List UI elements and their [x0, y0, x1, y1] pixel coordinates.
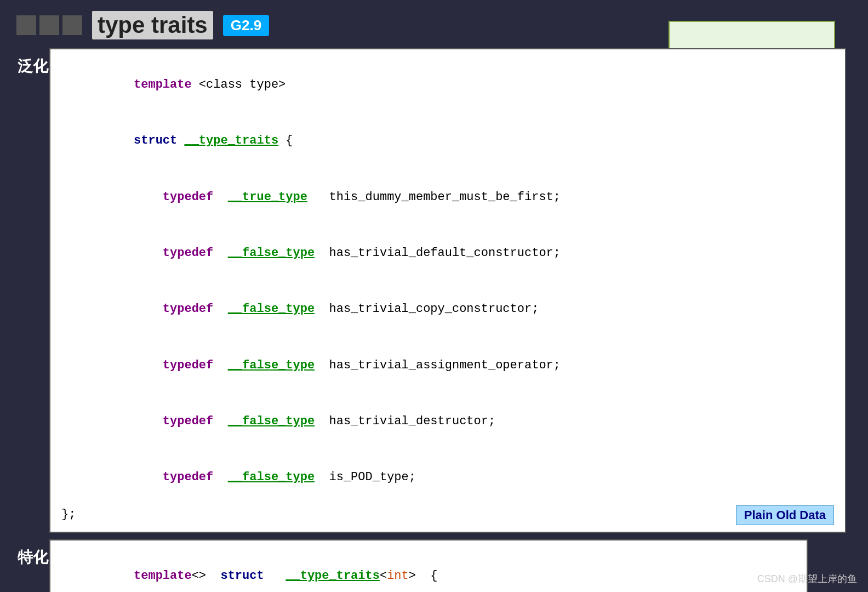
gen-typedef-6: typedef __false_type is_POD_type;	[61, 449, 834, 505]
g29-badge: G2.9	[223, 15, 269, 36]
main-container: type traits G2.9 struct __true_type { };…	[0, 0, 868, 592]
kw-template: template	[134, 78, 192, 92]
icon-2	[39, 15, 59, 35]
code-box-spec-int: template<> struct __type_traits<int> { t…	[49, 539, 808, 592]
type-traits-name-gen: __type_traits	[184, 134, 278, 147]
gen-line-template: template <class type>	[61, 57, 834, 113]
icon-1	[16, 15, 36, 35]
code-box-generalization: template <class type> struct __type_trai…	[49, 48, 846, 533]
label-generalization: 泛化	[16, 48, 49, 77]
gen-typedef-1: typedef __true_type this_dummy_member_mu…	[61, 169, 834, 225]
watermark: CSDN @期望上岸的鱼	[757, 572, 857, 585]
section-generalization: 泛化 template <class type> struct __type_t…	[16, 48, 852, 533]
page-title: type traits	[92, 11, 213, 39]
icon-3	[62, 15, 82, 35]
gen-typedef-3: typedef __false_type has_trivial_copy_co…	[61, 281, 834, 337]
gen-typedef-5: typedef __false_type has_trivial_destruc…	[61, 394, 834, 449]
content-area: 泛化 template <class type> struct __type_t…	[16, 48, 852, 592]
kw-struct-gen: struct	[134, 134, 177, 147]
gen-line-struct: struct __type_traits {	[61, 113, 834, 169]
plain-old-data-badge: Plain Old Data	[736, 505, 834, 525]
header-row: type traits G2.9 struct __true_type { };…	[16, 11, 852, 39]
header-icons	[16, 15, 82, 35]
gen-typedef-4: typedef __false_type has_trivial_assignm…	[61, 337, 834, 393]
section-specialization-int: 特化 template<> struct __type_traits<int> …	[16, 539, 852, 592]
gen-close: };	[61, 505, 834, 524]
label-spec-int: 特化	[16, 539, 49, 568]
gen-typedef-2: typedef __false_type has_trivial_default…	[61, 225, 834, 281]
spec-int-line-template: template<> struct __type_traits<int> {	[61, 548, 796, 592]
